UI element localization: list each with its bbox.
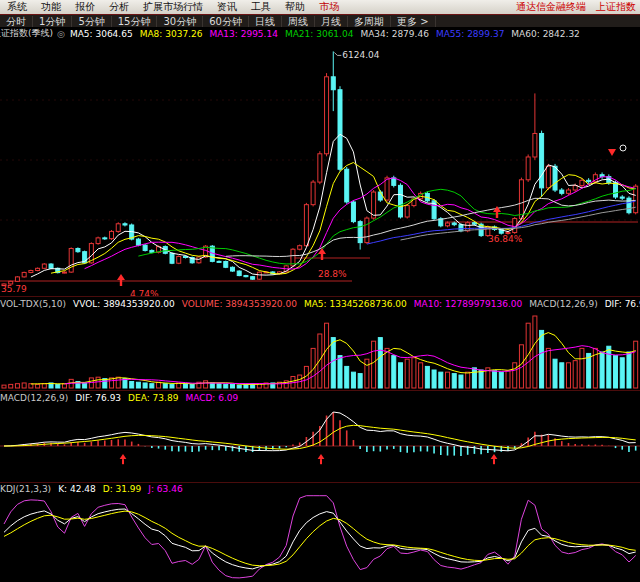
loop-icon: ◎ bbox=[57, 29, 65, 39]
indicator-value: MACD(12,26,9) bbox=[529, 299, 597, 309]
macd-panel[interactable] bbox=[0, 404, 640, 482]
period-tab[interactable]: 15分钟 bbox=[112, 16, 158, 27]
indicator-value: DIF: 76.93 bbox=[605, 299, 640, 309]
period-toolbar: 分时1分钟5分钟15分钟30分钟60分钟日线周线月线多周期更多 > bbox=[0, 14, 640, 27]
main-chart-header: 上证指数(季线)◎MA5: 3064.65MA8: 3037.26MA13: 2… bbox=[0, 27, 640, 40]
period-tab[interactable]: 分时 bbox=[0, 16, 33, 27]
indicator-value: DIF: 76.93 bbox=[75, 393, 121, 403]
period-tab[interactable]: 1分钟 bbox=[33, 16, 72, 27]
svg-text:6124.04: 6124.04 bbox=[342, 50, 379, 60]
period-tab[interactable]: 60分钟 bbox=[203, 16, 249, 27]
svg-text:36.84%: 36.84% bbox=[488, 234, 523, 244]
indicator-value: MA10: 12789979136.00 bbox=[414, 299, 523, 309]
tdx-terminal-window: 系统功能报价分析扩展市场行情资讯工具帮助市场 通达信金融终端 上证指数 分时1分… bbox=[0, 0, 640, 582]
indicator-value: MACD(12,26,9) bbox=[0, 393, 68, 403]
period-tab[interactable]: 更多 > bbox=[391, 16, 436, 27]
indicator-value: MA13: 2995.14 bbox=[209, 29, 277, 39]
indicator-value: D: 31.99 bbox=[103, 484, 142, 494]
indicator-value: MA5: 13345268736.00 bbox=[304, 299, 407, 309]
svg-text:35.79: 35.79 bbox=[1, 284, 27, 294]
menu-item[interactable]: 功能 bbox=[34, 0, 68, 14]
indicator-value: MA34: 2879.46 bbox=[360, 29, 428, 39]
menu-item[interactable]: 分析 bbox=[102, 0, 136, 14]
kdj-panel[interactable] bbox=[0, 495, 640, 582]
indicator-value: MA21: 3061.04 bbox=[285, 29, 353, 39]
chart-title: 上证指数(季线) bbox=[0, 27, 53, 40]
indicator-value: DEA: 73.89 bbox=[128, 393, 178, 403]
indicator-value: KDJ(21,3,3) bbox=[0, 484, 51, 494]
kdj-header: KDJ(21,3,3)K: 42.48D: 31.99J: 63.46 bbox=[0, 482, 640, 495]
menu-item[interactable]: 市场 bbox=[312, 0, 346, 14]
period-tab[interactable]: 月线 bbox=[315, 16, 348, 27]
svg-text:4.74%: 4.74% bbox=[130, 289, 159, 296]
indicator-value: MA5: 3064.65 bbox=[70, 29, 133, 39]
menu-bar: 系统功能报价分析扩展市场行情资讯工具帮助市场 通达信金融终端 上证指数 bbox=[0, 0, 640, 14]
menu-item[interactable]: 系统 bbox=[0, 0, 34, 14]
svg-text:28.8%: 28.8% bbox=[318, 269, 347, 279]
indicator-value: MA8: 3037.26 bbox=[140, 29, 203, 39]
menu-item[interactable]: 报价 bbox=[68, 0, 102, 14]
volume-panel[interactable] bbox=[0, 310, 640, 390]
period-tab[interactable]: 5分钟 bbox=[72, 16, 111, 27]
indicator-value: MA55: 2899.37 bbox=[436, 29, 504, 39]
symbol-label[interactable]: 上证指数 bbox=[596, 0, 636, 14]
menu-item[interactable]: 工具 bbox=[244, 0, 278, 14]
volume-header: VOL-TDX(5,10)VVOL: 3894353920.00VOLUME: … bbox=[0, 296, 640, 310]
menu-items: 系统功能报价分析扩展市场行情资讯工具帮助市场 bbox=[0, 0, 346, 14]
period-tab[interactable]: 周线 bbox=[282, 16, 315, 27]
main-candlestick-chart[interactable]: 6124.0435.794.74%28.8%36.84% bbox=[0, 40, 640, 296]
indicator-value: MACD: 6.09 bbox=[185, 393, 238, 403]
indicator-value: VVOL: 3894353920.00 bbox=[73, 299, 175, 309]
menu-item[interactable]: 扩展市场行情 bbox=[136, 0, 210, 14]
indicator-value: J: 63.46 bbox=[148, 484, 182, 494]
indicator-value: VOLUME: 3894353920.00 bbox=[182, 299, 297, 309]
indicator-value: VOL-TDX(5,10) bbox=[0, 299, 66, 309]
period-tab[interactable]: 30分钟 bbox=[157, 16, 203, 27]
terminal-brand-label: 通达信金融终端 bbox=[516, 0, 586, 14]
menu-item[interactable]: 资讯 bbox=[210, 0, 244, 14]
macd-header: MACD(12,26,9)DIF: 76.93DEA: 73.89MACD: 6… bbox=[0, 390, 640, 404]
menu-right: 通达信金融终端 上证指数 bbox=[516, 0, 640, 14]
period-tab[interactable]: 日线 bbox=[249, 16, 282, 27]
period-tab[interactable]: 多周期 bbox=[348, 16, 391, 27]
indicator-value: MA60: 2842.32 bbox=[511, 29, 579, 39]
menu-item[interactable]: 帮助 bbox=[278, 0, 312, 14]
indicator-value: K: 42.48 bbox=[58, 484, 96, 494]
